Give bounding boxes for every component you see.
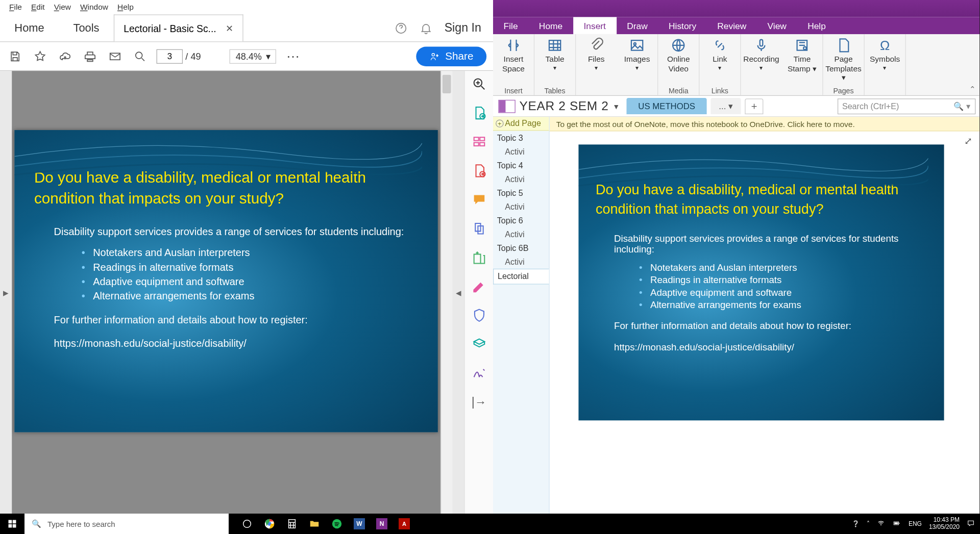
taskbar-search[interactable]: 🔍 Type here to search	[24, 514, 229, 534]
cloud-upload-icon[interactable]	[57, 49, 74, 63]
star-icon[interactable]	[32, 49, 48, 63]
add-page-button[interactable]: + Add Page	[493, 117, 549, 131]
ribbon-images[interactable]: Images▾	[617, 37, 657, 71]
notebook-icon[interactable]	[498, 99, 515, 113]
page-item[interactable]: Topic 6B	[493, 241, 549, 256]
ribbon-recording[interactable]: Recording▾	[741, 37, 782, 71]
spotify-icon[interactable]	[326, 514, 348, 534]
magnify-icon[interactable]	[132, 49, 149, 63]
page-item[interactable]: Topic 5	[493, 186, 549, 200]
on-menu-help[interactable]: Help	[797, 17, 837, 34]
pdf-slide: Do you have a disability, medical or men…	[14, 130, 437, 432]
page-item[interactable]: Lectorial	[493, 269, 549, 285]
battery-icon[interactable]	[892, 520, 901, 528]
bell-icon[interactable]	[420, 21, 433, 35]
expand-icon[interactable]: ⤢	[964, 135, 973, 147]
taskbar-clock[interactable]: 10:43 PM 13/05/2020	[929, 517, 960, 531]
ribbon-link[interactable]: Link▾	[699, 37, 740, 71]
slide-intro: Disability support services provides a r…	[54, 226, 419, 238]
onenote-taskbar-icon[interactable]: N	[371, 514, 393, 534]
menu-file[interactable]: File	[5, 3, 26, 12]
more-tools-icon[interactable]: |→	[471, 394, 487, 410]
compress-icon[interactable]	[471, 249, 487, 265]
tab-home[interactable]: Home	[0, 14, 59, 41]
mail-icon[interactable]	[107, 49, 124, 63]
export-pdf-icon[interactable]	[471, 163, 487, 179]
print-icon[interactable]	[82, 49, 99, 63]
menu-view[interactable]: View	[50, 3, 75, 12]
wifi-icon[interactable]	[877, 519, 885, 529]
on-menu-insert[interactable]: Insert	[573, 17, 617, 34]
organize-icon[interactable]	[471, 134, 487, 150]
page-subitem[interactable]: Activi	[493, 228, 549, 241]
section-tab[interactable]: US METHODS	[626, 98, 707, 114]
chrome-icon[interactable]	[258, 514, 281, 534]
onedrive-info-bar[interactable]: To get the most out of OneNote, move thi…	[550, 117, 979, 131]
on-menu-file[interactable]: File	[493, 17, 528, 34]
ribbon-symbols[interactable]: ΩSymbols▾	[865, 37, 905, 71]
ribbon-collapse-icon[interactable]: ⌃	[969, 85, 976, 94]
more-icon[interactable]: ⋯	[284, 49, 301, 63]
page-subitem[interactable]: Activi	[493, 173, 549, 186]
notebook-dropdown-icon[interactable]: ▼	[612, 102, 620, 110]
create-pdf-icon[interactable]	[471, 105, 487, 121]
search-input[interactable]: Search (Ctrl+E) 🔍 ▾	[838, 98, 975, 114]
page-item[interactable]: Topic 4	[493, 158, 549, 172]
notifications-icon[interactable]	[967, 519, 975, 529]
section-more[interactable]: ... ▾	[711, 98, 741, 114]
onenote-page-canvas[interactable]: ⤢ Do you have a disability, medical or m…	[550, 132, 979, 514]
help-tray-icon[interactable]: ❔	[852, 520, 860, 527]
ribbon-insert[interactable]: InsertSpace	[493, 37, 534, 74]
language-indicator[interactable]: ENG	[909, 520, 922, 527]
ribbon-table[interactable]: Table▾	[534, 37, 575, 71]
comment-icon[interactable]	[471, 192, 487, 208]
acrobat-tool-rail: |→	[464, 71, 493, 514]
on-menu-home[interactable]: Home	[528, 17, 573, 34]
sign-icon[interactable]	[471, 365, 487, 381]
sign-in-link[interactable]: Sign In	[445, 21, 481, 35]
pdf-scrollbar[interactable]	[440, 71, 452, 514]
file-explorer-icon[interactable]	[303, 514, 326, 534]
menu-window[interactable]: Window	[76, 3, 112, 12]
page-subitem[interactable]: Activi	[493, 145, 549, 159]
tab-tools[interactable]: Tools	[59, 14, 114, 41]
ribbon-files[interactable]: Files▾	[576, 37, 617, 71]
menu-help[interactable]: Help	[113, 3, 137, 12]
stamp-icon[interactable]	[471, 336, 487, 352]
edit-icon[interactable]	[471, 278, 487, 294]
tray-expand-icon[interactable]: ˄	[867, 520, 870, 527]
add-section-button[interactable]: ＋	[745, 98, 763, 114]
onenote-titlebar[interactable]	[493, 0, 979, 17]
on-menu-view[interactable]: View	[757, 17, 797, 34]
page-current-input[interactable]	[157, 49, 183, 63]
start-button[interactable]	[0, 514, 24, 534]
close-tab-icon[interactable]: ✕	[226, 23, 233, 34]
on-menu-review[interactable]: Review	[707, 17, 757, 34]
page-item[interactable]: Topic 6	[493, 214, 549, 228]
ribbon-time[interactable]: TimeStamp ▾	[781, 37, 822, 74]
page-subitem[interactable]: Activi	[493, 200, 549, 214]
zoom-tool-icon[interactable]	[471, 76, 487, 92]
page-subitem[interactable]: Activi	[493, 256, 549, 269]
tab-document[interactable]: Lectorial - Basic Sc... ✕	[114, 14, 243, 41]
protect-icon[interactable]	[471, 308, 487, 323]
zoom-dropdown[interactable]: 48.4% ▾	[230, 49, 276, 63]
combine-icon[interactable]	[471, 221, 487, 237]
left-panel-toggle[interactable]: ▸	[0, 71, 12, 514]
help-icon[interactable]	[395, 21, 408, 35]
menu-edit[interactable]: Edit	[27, 3, 48, 12]
page-item[interactable]: Topic 3	[493, 131, 549, 145]
on-menu-draw[interactable]: Draw	[617, 17, 658, 34]
save-icon[interactable]	[7, 49, 23, 63]
notebook-name[interactable]: YEAR 2 SEM 2	[520, 99, 609, 113]
share-button[interactable]: Share	[416, 46, 486, 66]
cortana-icon[interactable]	[236, 514, 258, 534]
calculator-icon[interactable]	[281, 514, 303, 534]
word-icon[interactable]: W	[348, 514, 371, 534]
pdf-canvas[interactable]: Do you have a disability, medical or men…	[12, 71, 440, 514]
on-menu-history[interactable]: History	[658, 17, 706, 34]
ribbon-online[interactable]: OnlineVideo	[658, 37, 699, 74]
acrobat-taskbar-icon[interactable]: A	[393, 514, 415, 534]
ribbon-page[interactable]: PageTemplates ▾	[823, 37, 864, 83]
right-panel-toggle[interactable]: ◂	[452, 71, 464, 514]
